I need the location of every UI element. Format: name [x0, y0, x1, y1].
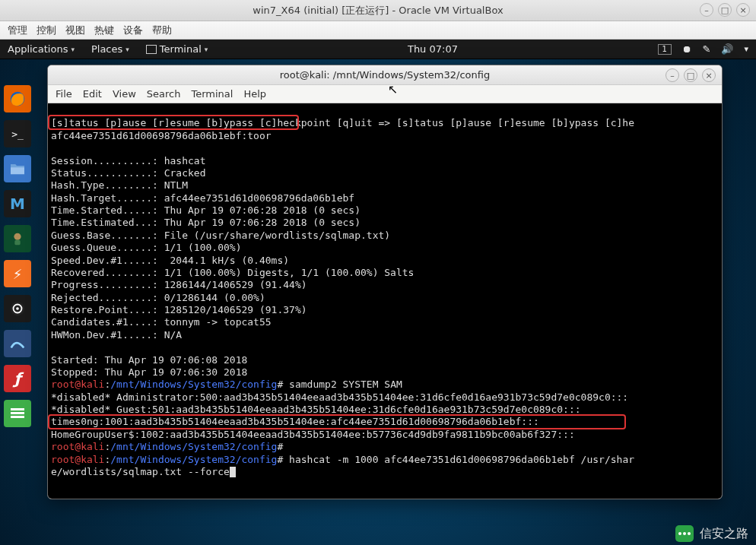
term-line: e/wordlists/sqlmap.txt --force [51, 466, 236, 477]
terminal-menu-view[interactable]: View [113, 88, 136, 100]
terminal-dock-icon[interactable]: >_ [4, 120, 31, 147]
term-line: Time.Started.....: Thu Apr 19 07:06:28 2… [51, 204, 361, 216]
term-prompt-line: root@kali:/mnt/Windows/System32/config# … [51, 454, 634, 465]
wechat-icon [675, 525, 694, 542]
term-line: Guess.Queue......: 1/1 (100.00%) [51, 242, 241, 253]
metasploit-icon[interactable]: M [4, 190, 31, 217]
term-line: afc44ee7351d61d00698796da06b1ebf:toor [51, 130, 272, 141]
prompt-path: /mnt/Windows/System32/config [110, 454, 277, 465]
term-line: Status...........: Cracked [51, 167, 206, 179]
prompt-path: /mnt/Windows/System32/config [110, 379, 277, 390]
record-icon[interactable]: ⏺ [682, 43, 692, 55]
host-close-button[interactable]: × [736, 3, 750, 17]
terminal-menu-file[interactable]: File [56, 88, 72, 100]
host-menu-view[interactable]: 视图 [65, 24, 85, 37]
term-line: Hash.Target......: afc44ee7351d61d006987… [51, 192, 354, 204]
terminal-cursor [230, 467, 236, 477]
firefox-icon[interactable] [4, 85, 31, 112]
term-line: Started: Thu Apr 19 07:06:08 2018 [51, 354, 247, 366]
terminal-window: root@kali: /mnt/Windows/System32/config … [47, 65, 723, 499]
term-line: Hash.Type........: NTLM [51, 179, 188, 191]
terminal-titlebar[interactable]: root@kali: /mnt/Windows/System32/config … [48, 65, 722, 85]
term-line: Progress.........: 1286144/1406529 (91.4… [51, 279, 307, 290]
ruby-icon[interactable]: ƒ [4, 365, 31, 392]
prompt-user: root@kali [51, 441, 104, 452]
terminal-icon [146, 45, 157, 54]
power-menu-icon[interactable]: ▾ [744, 44, 748, 54]
armitage-icon[interactable] [4, 225, 31, 252]
prompt-user: root@kali [51, 454, 104, 465]
term-line: Session..........: hashcat [51, 155, 206, 166]
terminal-menu-edit[interactable]: Edit [83, 88, 102, 100]
vm-display: Applications ▾ Places ▾ Terminal ▾ Thu 0… [0, 40, 756, 545]
kali-clock[interactable]: Thu 07:07 [408, 43, 458, 55]
term-line: Time.Estimated...: Thu Apr 19 07:06:28 2… [51, 217, 361, 228]
host-menu-help[interactable]: 帮助 [152, 24, 172, 37]
settings-icon[interactable]: ✎ [703, 43, 711, 55]
term-prompt-line: root@kali:/mnt/Windows/System32/config# [51, 441, 283, 452]
files-icon[interactable] [4, 155, 31, 182]
obs-icon[interactable] [4, 295, 31, 322]
svg-point-5 [16, 307, 19, 310]
prompt-user: root@kali [51, 379, 104, 390]
term-line: Speed.Dev.#1.....: 2044.1 kH/s (0.40ms) [51, 255, 289, 266]
term-line: Rejected.........: 0/1286144 (0.00%) [51, 292, 265, 303]
term-line: HWMon.Dev.#1.....: N/A [51, 329, 182, 341]
svg-rect-2 [14, 240, 20, 245]
term-prompt-line: root@kali:/mnt/Windows/System32/config# … [51, 379, 402, 390]
prompt-cmd: hashcat -m 1000 afc44ee7351d61d00698796d… [283, 454, 634, 465]
term-line: *disabled* Guest:501:aad3b435b51404eeaad… [51, 404, 581, 415]
svg-point-1 [14, 233, 21, 240]
wireshark-icon[interactable] [4, 330, 31, 357]
watermark: 信安之路 [675, 525, 748, 542]
chevron-down-icon: ▾ [71, 46, 75, 53]
kali-topbar: Applications ▾ Places ▾ Terminal ▾ Thu 0… [0, 40, 756, 59]
svg-rect-6 [11, 408, 24, 410]
term-line: Candidates.#1....: tonnym -> topcat55 [51, 316, 272, 328]
virtualbox-menubar: 管理 控制 视图 热键 设备 帮助 [0, 21, 756, 40]
chevron-down-icon: ▾ [125, 46, 129, 53]
kali-dock: >_ M ⚡ ƒ [2, 85, 33, 427]
terminal-minimize-button[interactable]: – [665, 68, 679, 82]
term-line: Guess.Base.......: File (/usr/share/word… [51, 230, 390, 241]
chevron-down-icon: ▾ [205, 46, 208, 53]
host-menu-hotkey[interactable]: 热键 [94, 24, 114, 37]
virtualbox-title: win7_X64 (initial) [正在运行] - Oracle VM Vi… [253, 4, 503, 17]
term-line: *disabled* Administrator:500:aad3b435b51… [51, 391, 628, 403]
terminal-body[interactable]: [s]tatus [p]ause [r]esume [b]ypass [c]he… [48, 103, 722, 499]
svg-rect-7 [11, 412, 24, 414]
volume-icon[interactable]: 🔊 [721, 43, 733, 55]
watermark-text: 信安之路 [700, 526, 748, 542]
workspace-indicator[interactable]: 1 [658, 44, 672, 55]
host-menu-control[interactable]: 控制 [37, 24, 56, 37]
prompt-cmd: samdump2 SYSTEM SAM [283, 379, 402, 390]
burp-icon[interactable]: ⚡ [4, 260, 31, 287]
terminal-menu-search[interactable]: Search [147, 88, 181, 100]
terminal-close-button[interactable]: × [702, 68, 716, 82]
term-line: Recovered........: 1/1 (100.00%) Digests… [51, 267, 414, 278]
term-line: times0ng:1001:aad3b435b51404eeaad3b435b5… [51, 416, 539, 427]
svg-rect-8 [11, 416, 24, 418]
kali-applications-menu[interactable]: Applications ▾ [8, 43, 75, 55]
terminal-menubar: File Edit View Search Terminal Help [48, 85, 722, 103]
host-menu-manage[interactable]: 管理 [8, 24, 27, 37]
terminal-menu-help[interactable]: Help [243, 88, 266, 100]
term-line: [s]tatus [p]ause [r]esume [b]ypass [c]he… [51, 117, 634, 128]
term-line: HomeGroupUser$:1002:aad3b435b51404eeaad3… [51, 429, 575, 440]
terminal-menu-terminal[interactable]: Terminal [191, 88, 233, 100]
terminal-maximize-button[interactable]: □ [684, 68, 697, 82]
term-line: Stopped: Thu Apr 19 07:06:30 2018 [51, 366, 247, 378]
kali-places-menu[interactable]: Places ▾ [91, 43, 129, 55]
kali-terminal-taskbar[interactable]: Terminal ▾ [146, 43, 208, 55]
prompt-path: /mnt/Windows/System32/config [110, 441, 277, 452]
host-minimize-button[interactable]: – [700, 3, 713, 17]
host-maximize-button[interactable]: □ [718, 3, 732, 17]
host-menu-devices[interactable]: 设备 [123, 24, 143, 37]
term-line: Restore.Point....: 1285120/1406529 (91.3… [51, 304, 307, 315]
virtualbox-titlebar: win7_X64 (initial) [正在运行] - Oracle VM Vi… [0, 0, 756, 21]
app-icon[interactable] [4, 400, 31, 427]
terminal-title: root@kali: /mnt/Windows/System32/config [280, 69, 490, 81]
